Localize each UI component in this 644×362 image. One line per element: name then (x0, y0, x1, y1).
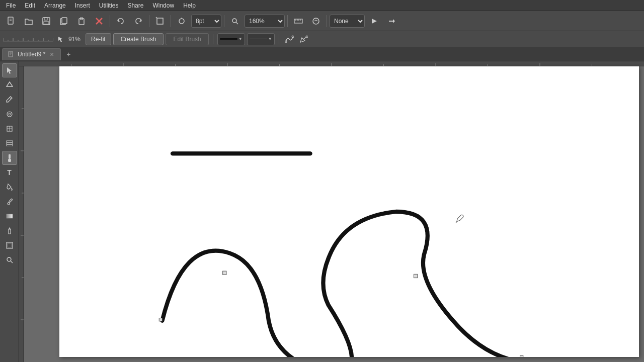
menu-edit[interactable]: Edit (21, 1, 39, 10)
select-tool[interactable] (2, 63, 17, 77)
save-button[interactable] (38, 14, 54, 29)
sep1 (110, 15, 110, 27)
svg-rect-19 (294, 19, 302, 23)
frame-tool[interactable] (2, 238, 17, 252)
ruler-button[interactable] (290, 14, 306, 29)
menu-file[interactable]: File (2, 1, 20, 10)
path-button[interactable] (308, 14, 324, 29)
refit-button[interactable]: Re-fit (86, 33, 111, 45)
zoom-icon (227, 14, 243, 29)
drawing-canvas[interactable] (59, 66, 639, 357)
svg-rect-56 (7, 143, 13, 144)
brush-tool[interactable] (2, 151, 17, 165)
svg-point-51 (9, 113, 11, 115)
sep6 (327, 15, 327, 27)
stroke-end-selector[interactable]: ▼ (247, 33, 275, 45)
stroke-size-icon (174, 14, 190, 29)
stroke-dropdown-arrow: ▼ (238, 37, 243, 41)
pencil-tool[interactable] (2, 93, 17, 107)
svg-point-24 (313, 18, 319, 24)
blend-mode-select[interactable]: None (330, 15, 365, 28)
menubar: File Edit Arrange Insert Utilities Share… (0, 0, 644, 11)
tab-doc-icon (8, 51, 15, 58)
undo-button[interactable] (113, 14, 129, 29)
svg-rect-61 (7, 214, 13, 218)
zoom-select[interactable]: 160% (245, 15, 285, 28)
svg-line-14 (156, 17, 157, 18)
shape-tool[interactable] (2, 122, 17, 136)
cursor-hint-icon (57, 36, 64, 43)
active-tab[interactable]: Untitled9 * ✕ (2, 48, 61, 60)
svg-line-66 (11, 261, 13, 263)
copy-style-button[interactable] (56, 14, 72, 29)
menu-utilities[interactable]: Utilities (95, 1, 123, 10)
svg-rect-58 (9, 154, 11, 158)
svg-point-65 (7, 257, 11, 261)
svg-point-17 (232, 19, 236, 23)
svg-line-42 (303, 37, 307, 39)
menu-insert[interactable]: Insert (71, 1, 94, 10)
tabs-bar: Untitled9 * ✕ + (0, 47, 644, 61)
tab-close-button[interactable]: ✕ (48, 51, 55, 58)
paste-style-button[interactable] (73, 14, 90, 29)
zoom-tool[interactable] (2, 253, 17, 267)
svg-rect-91 (414, 274, 418, 278)
svg-rect-5 (44, 22, 49, 24)
stroke-end-preview (250, 39, 267, 39)
svg-rect-92 (159, 318, 162, 321)
stroke-size-select[interactable]: 8pt (191, 15, 221, 28)
sep2 (149, 15, 149, 27)
svg-rect-7 (62, 18, 67, 24)
layers-tool[interactable] (2, 136, 17, 150)
menu-help[interactable]: Help (179, 1, 200, 10)
gradient-tool[interactable] (2, 209, 17, 223)
sep5 (287, 15, 288, 27)
stroke-end-dropdown-arrow: ▼ (268, 37, 272, 41)
arrow-right-button[interactable] (384, 14, 400, 29)
svg-line-49 (10, 98, 11, 99)
svg-point-50 (7, 112, 12, 117)
edit-brush-button[interactable]: Edit Brush (166, 33, 208, 45)
svg-rect-64 (8, 243, 12, 247)
knife-tool[interactable] (2, 224, 17, 238)
svg-line-18 (236, 22, 238, 24)
svg-point-60 (8, 203, 10, 205)
horizontal-ruler (19, 61, 644, 66)
menu-arrange[interactable]: Arrange (40, 1, 70, 10)
stroke-style-selector[interactable]: ▼ (217, 33, 245, 45)
crop-button[interactable] (152, 14, 168, 29)
fill-tool[interactable] (2, 180, 17, 194)
content-area: T (0, 61, 644, 362)
secondary-toolbar: 91% Re-fit Create Brush Edit Brush ▼ ▼ (0, 31, 644, 47)
redo-button[interactable] (130, 14, 146, 29)
create-brush-button[interactable]: Create Brush (113, 33, 164, 45)
sep3 (171, 15, 171, 27)
path-smooth-button[interactable] (283, 33, 295, 45)
open-button[interactable] (21, 14, 37, 29)
svg-point-15 (179, 19, 184, 24)
ruler-ticks (3, 34, 53, 44)
svg-marker-48 (7, 82, 13, 86)
vertical-ruler (19, 66, 24, 362)
stroke-line-preview (220, 38, 237, 40)
zoom-percent-label: 91% (68, 36, 84, 43)
node-tool[interactable] (2, 78, 17, 92)
sep-sec1 (213, 34, 213, 44)
svg-rect-55 (7, 141, 13, 142)
eyedrop-tool[interactable] (2, 195, 17, 209)
new-tab-button[interactable]: + (63, 49, 74, 60)
svg-rect-44 (9, 51, 13, 57)
svg-marker-25 (372, 19, 377, 24)
svg-rect-13 (157, 18, 163, 24)
text-tool[interactable]: T (2, 165, 17, 179)
menu-share[interactable]: Share (123, 1, 147, 10)
spiral-tool[interactable] (2, 107, 17, 121)
menu-window[interactable]: Window (148, 1, 178, 10)
sep-sec2 (279, 34, 279, 44)
pencil-cursor (456, 215, 463, 222)
new-button[interactable] (3, 14, 19, 29)
path-edit-button[interactable] (297, 33, 309, 45)
forward-button[interactable] (366, 14, 382, 29)
delete-button[interactable] (91, 14, 107, 29)
canvas-area (19, 61, 644, 362)
